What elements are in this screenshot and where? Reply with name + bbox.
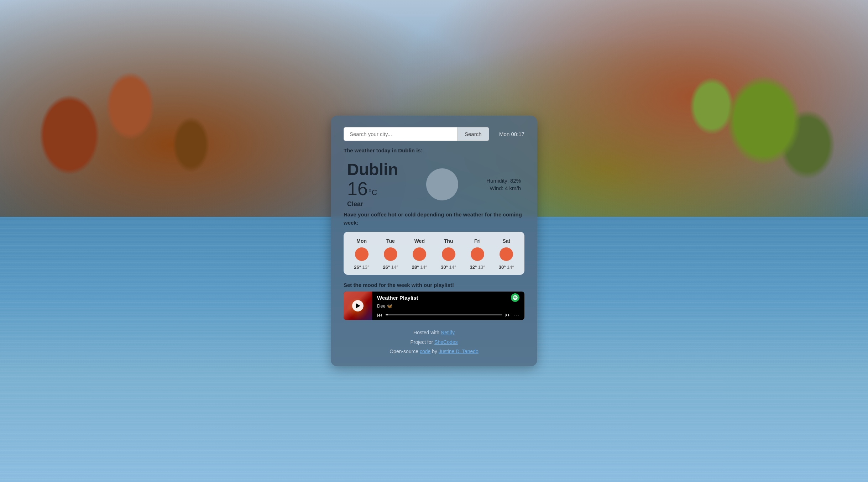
forecast-temps: 30° 14° (499, 264, 514, 270)
play-icon (356, 303, 360, 308)
author-link[interactable]: Justine D. Tanedo (439, 349, 479, 354)
weather-condition: Clear (347, 200, 398, 208)
city-name: Dublin (347, 161, 398, 179)
temp-row: 16 °C (347, 179, 398, 199)
prev-button[interactable]: ⏮ (377, 312, 383, 318)
forecast-day: Mon 26° 13° (354, 238, 369, 270)
forecast-low: 14° (507, 264, 514, 270)
footer-line-2: Project for SheCodes (344, 337, 524, 347)
forecast-low: 14° (449, 264, 456, 270)
player-title: Weather Playlist (377, 295, 418, 301)
shecodes-link[interactable]: SheCodes (434, 339, 457, 345)
player-top: Weather Playlist (377, 293, 519, 302)
play-overlay (344, 292, 372, 320)
forecast-day-name: Tue (386, 238, 395, 244)
forecast-day: Wed 28° 14° (412, 238, 427, 270)
netlify-link[interactable]: Netlify (441, 330, 455, 335)
forecast-high: 32° (470, 264, 477, 270)
code-link[interactable]: code (420, 349, 430, 354)
forecast-day-name: Sat (502, 238, 510, 244)
progress-fill (386, 314, 388, 315)
project-text: Project for (410, 339, 433, 345)
weather-stats: Humidity: 82% Wind: 4 km/h (486, 178, 521, 191)
forecast-weather-icon (500, 247, 513, 261)
forecast-weather-icon (413, 247, 426, 261)
forecast-low: 14° (391, 264, 398, 270)
search-row: Search Mon 08:17 (344, 127, 524, 141)
forecast-high: 30° (441, 264, 448, 270)
opensource-text: Open-source (389, 349, 418, 354)
forecast-day-name: Mon (356, 238, 367, 244)
playlist-label: Set the mood for the week with our playl… (344, 282, 524, 288)
player-info: Weather Playlist Dee 🦋 ⏮ ⏭ ⋯ (372, 292, 524, 320)
by-text: by (432, 349, 439, 354)
share-button[interactable]: ⋯ (514, 311, 519, 318)
weather-icon (426, 168, 458, 200)
forecast-day-name: Thu (444, 238, 453, 244)
footer-line-3: Open-source code by Justine D. Tanedo (344, 347, 524, 356)
next-button[interactable]: ⏭ (505, 312, 511, 318)
search-button[interactable]: Search (457, 127, 489, 141)
play-button[interactable] (352, 300, 364, 311)
forecast-weather-icon (442, 247, 455, 261)
forecast-grid: Mon 26° 13° Tue 26° 14° Wed 28° 14° Thu (344, 232, 524, 275)
forecast-day: Thu 30° 14° (441, 238, 456, 270)
forecast-day: Fri 32° 13° (470, 238, 485, 270)
player-controls: ⏮ ⏭ ⋯ (377, 311, 519, 318)
datetime: Mon 08:17 (499, 131, 524, 137)
forecast-weather-icon (471, 247, 484, 261)
forecast-high: 26° (383, 264, 390, 270)
forecast-temps: 26° 14° (383, 264, 398, 270)
player-artist: Dee 🦋 (377, 303, 519, 309)
hosted-text: Hosted with (413, 330, 439, 335)
forecast-high: 26° (354, 264, 361, 270)
forecast-temps: 30° 14° (441, 264, 456, 270)
forecast-high: 28° (412, 264, 419, 270)
forecast-temps: 28° 14° (412, 264, 427, 270)
wind: Wind: 4 km/h (490, 185, 521, 191)
forecast-day: Tue 26° 14° (383, 238, 398, 270)
coffee-text: Have your coffee hot or cold depending o… (344, 211, 524, 227)
humidity: Humidity: 82% (486, 178, 521, 184)
forecast-high: 30° (499, 264, 506, 270)
forecast-low: 13° (478, 264, 485, 270)
spotify-logo (511, 293, 519, 302)
footer: Hosted with Netlify Project for SheCodes… (344, 328, 524, 356)
search-input[interactable] (344, 127, 457, 141)
footer-line-1: Hosted with Netlify (344, 328, 524, 337)
weather-left: Dublin 16 °C Clear (347, 161, 398, 208)
forecast-low: 14° (420, 264, 427, 270)
progress-bar[interactable] (386, 314, 502, 315)
spotify-player: Weather Playlist Dee 🦋 ⏮ ⏭ ⋯ (344, 292, 524, 320)
forecast-day-name: Fri (474, 238, 481, 244)
forecast-temps: 32° 13° (470, 264, 485, 270)
album-art (344, 292, 372, 320)
forecast-day-name: Wed (414, 238, 425, 244)
weather-subtitle: The weather today in Dublin is: (344, 147, 524, 153)
forecast-weather-icon (355, 247, 368, 261)
weather-main: Dublin 16 °C Clear Humidity: 82% Wind: 4… (344, 161, 524, 208)
forecast-weather-icon (384, 247, 397, 261)
search-left: Search (344, 127, 489, 141)
forecast-day: Sat 30° 14° (499, 238, 514, 270)
forecast-temps: 26° 13° (354, 264, 369, 270)
forecast-low: 13° (362, 264, 369, 270)
temperature: 16 (347, 179, 368, 199)
temp-unit: °C (368, 188, 377, 197)
weather-card: Search Mon 08:17 The weather today in Du… (331, 116, 537, 366)
